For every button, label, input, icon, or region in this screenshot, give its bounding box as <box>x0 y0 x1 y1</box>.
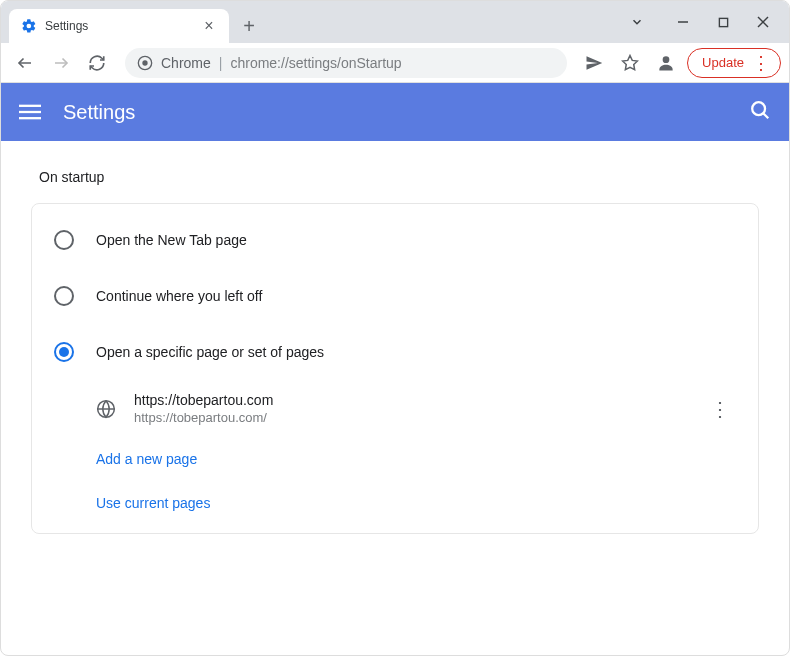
tab-close-icon[interactable]: × <box>201 17 217 35</box>
chevron-down-icon[interactable] <box>619 7 655 37</box>
startup-card: Open the New Tab page Continue where you… <box>31 203 759 534</box>
settings-header: Settings <box>1 83 789 141</box>
new-tab-button[interactable]: + <box>235 12 263 40</box>
site-info-icon[interactable] <box>137 55 153 71</box>
content-area: On startup Open the New Tab page Continu… <box>1 141 789 562</box>
bookmark-star-icon[interactable] <box>615 48 645 78</box>
close-button[interactable] <box>745 7 781 37</box>
addr-scheme: Chrome <box>161 55 211 71</box>
option-label: Open the New Tab page <box>96 232 247 248</box>
svg-marker-8 <box>623 55 638 69</box>
option-label: Continue where you left off <box>96 288 262 304</box>
send-icon[interactable] <box>579 48 609 78</box>
svg-line-14 <box>763 113 768 118</box>
add-page-label: Add a new page <box>96 451 197 467</box>
toolbar-right: Update ⋮ <box>579 48 781 78</box>
use-current-link[interactable]: Use current pages <box>76 481 758 525</box>
option-label: Open a specific page or set of pages <box>96 344 324 360</box>
addr-url: chrome://settings/onStartup <box>230 55 401 71</box>
profile-icon[interactable] <box>651 48 681 78</box>
addr-separator: | <box>219 55 223 71</box>
page-info: https://tobepartou.com https://tobeparto… <box>134 392 686 425</box>
option-new-tab[interactable]: Open the New Tab page <box>32 212 758 268</box>
add-page-link[interactable]: Add a new page <box>76 437 758 481</box>
use-current-label: Use current pages <box>96 495 210 511</box>
hamburger-menu-icon[interactable] <box>19 101 41 123</box>
svg-rect-1 <box>719 18 727 26</box>
header-title: Settings <box>63 101 135 124</box>
minimize-button[interactable] <box>665 7 701 37</box>
section-label: On startup <box>39 169 765 185</box>
update-label: Update <box>702 55 744 70</box>
option-continue[interactable]: Continue where you left off <box>32 268 758 324</box>
update-button[interactable]: Update ⋮ <box>687 48 781 78</box>
toolbar: Chrome | chrome://settings/onStartup Upd… <box>1 43 789 83</box>
option-specific-pages[interactable]: Open a specific page or set of pages <box>32 324 758 380</box>
settings-gear-icon <box>21 18 37 34</box>
search-icon[interactable] <box>749 99 771 125</box>
browser-tab[interactable]: Settings × <box>9 9 229 43</box>
radio-icon[interactable] <box>54 286 74 306</box>
svg-point-7 <box>142 60 147 65</box>
radio-icon[interactable] <box>54 230 74 250</box>
svg-rect-10 <box>19 105 41 107</box>
page-entry-url: https://tobepartou.com/ <box>134 410 686 425</box>
window-controls <box>619 1 781 43</box>
kebab-menu-icon[interactable]: ⋮ <box>752 54 770 72</box>
startup-page-row: https://tobepartou.com https://tobeparto… <box>76 380 758 437</box>
titlebar: Settings × + <box>1 1 789 43</box>
globe-icon <box>96 399 116 419</box>
svg-point-9 <box>663 56 670 63</box>
address-bar[interactable]: Chrome | chrome://settings/onStartup <box>125 48 567 78</box>
svg-point-13 <box>752 102 765 115</box>
radio-icon[interactable] <box>54 342 74 362</box>
tab-title: Settings <box>45 19 193 33</box>
maximize-button[interactable] <box>705 7 741 37</box>
svg-rect-12 <box>19 117 41 119</box>
row-menu-icon[interactable]: ⋮ <box>704 397 736 421</box>
back-button[interactable] <box>9 47 41 79</box>
reload-button[interactable] <box>81 47 113 79</box>
specific-pages-section: https://tobepartou.com https://tobeparto… <box>32 380 758 525</box>
page-entry-title: https://tobepartou.com <box>134 392 686 408</box>
forward-button[interactable] <box>45 47 77 79</box>
svg-rect-11 <box>19 111 41 113</box>
